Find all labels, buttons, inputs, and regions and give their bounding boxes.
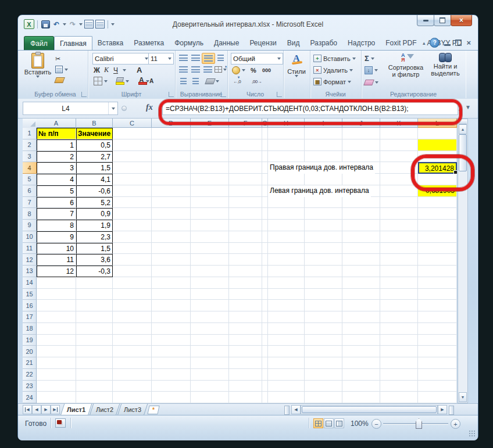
column-header-D[interactable]: D xyxy=(152,119,191,128)
cell-I24[interactable] xyxy=(305,392,342,403)
cell-J22[interactable] xyxy=(342,369,380,381)
cell-H3[interactable] xyxy=(268,151,305,163)
font-size-combo[interactable]: 11 xyxy=(148,53,174,64)
font-family-combo[interactable]: Calibri xyxy=(92,53,151,64)
cell-G11[interactable] xyxy=(262,243,268,255)
cell-I11[interactable] xyxy=(305,243,342,255)
cell-D9[interactable] xyxy=(152,220,191,231)
cell-C4[interactable] xyxy=(113,162,152,174)
cell-E20[interactable] xyxy=(191,346,229,357)
cell-F1[interactable] xyxy=(229,128,262,139)
cell-H9[interactable] xyxy=(268,220,305,231)
cell-I2[interactable] xyxy=(305,139,342,151)
cell-G13[interactable] xyxy=(262,266,268,277)
cell-L9[interactable] xyxy=(418,220,457,231)
row-header-24[interactable]: 24 xyxy=(23,392,37,403)
cell-C20[interactable] xyxy=(113,346,152,357)
paste-button[interactable]: Вставить xyxy=(26,53,49,78)
column-header-I[interactable]: I xyxy=(305,119,342,128)
row-header-21[interactable]: 21 xyxy=(23,357,37,369)
cell-E24[interactable] xyxy=(191,392,229,403)
resize-grip-icon[interactable] xyxy=(469,430,476,437)
cell-A14[interactable] xyxy=(37,277,76,289)
format-cells-button[interactable]: ▦Формат xyxy=(313,77,351,87)
cell-H13[interactable] xyxy=(268,266,305,277)
row-header-1[interactable]: 1 xyxy=(23,128,37,139)
cell-B18[interactable] xyxy=(76,323,113,335)
cell-I3[interactable] xyxy=(305,151,342,163)
vertical-scrollbar[interactable]: ▲ ▼ xyxy=(458,119,468,403)
cell-C16[interactable] xyxy=(113,300,152,311)
cell-G16[interactable] xyxy=(262,300,268,311)
cell-G9[interactable] xyxy=(262,220,268,231)
column-header-G[interactable]: G xyxy=(262,119,268,128)
cell-I5[interactable] xyxy=(305,174,342,185)
cell-E22[interactable] xyxy=(191,369,229,381)
normal-view-button[interactable] xyxy=(313,418,323,428)
minimize-button[interactable] xyxy=(417,15,434,26)
cell-H6[interactable]: Левая граница дов. интервала xyxy=(268,185,371,197)
cell-J14[interactable] xyxy=(342,277,380,289)
find-select-button[interactable]: Найти ивыделить xyxy=(427,53,463,77)
cell-I23[interactable] xyxy=(305,381,342,392)
cell-E14[interactable] xyxy=(191,277,229,289)
cell-J16[interactable] xyxy=(342,300,380,311)
cell-D15[interactable] xyxy=(152,289,191,300)
cell-K24[interactable] xyxy=(380,392,418,403)
cell-D8[interactable] xyxy=(152,208,191,220)
cell-J11[interactable] xyxy=(342,243,380,255)
cell-F4[interactable] xyxy=(229,162,262,174)
cell-C3[interactable] xyxy=(113,151,152,163)
cell-I17[interactable] xyxy=(305,311,342,323)
cell-D6[interactable] xyxy=(152,185,191,197)
cell-F2[interactable] xyxy=(229,139,262,151)
row-header-17[interactable]: 17 xyxy=(23,311,37,323)
cell-D7[interactable] xyxy=(152,197,191,209)
cell-E7[interactable] xyxy=(191,197,229,209)
cell-K17[interactable] xyxy=(380,311,418,323)
cell-E2[interactable] xyxy=(191,139,229,151)
cell-G22[interactable] xyxy=(262,369,268,381)
cell-L17[interactable] xyxy=(418,311,457,323)
cell-F7[interactable] xyxy=(229,197,262,209)
row-header-20[interactable]: 20 xyxy=(23,346,37,357)
cell-J24[interactable] xyxy=(342,392,380,403)
column-header-H[interactable]: H xyxy=(268,119,305,128)
cell-D10[interactable] xyxy=(152,231,191,243)
orientation-button[interactable] xyxy=(204,76,220,86)
cell-I15[interactable] xyxy=(305,289,342,300)
cell-F8[interactable] xyxy=(229,208,262,220)
cell-I20[interactable] xyxy=(305,346,342,357)
cell-G17[interactable] xyxy=(262,311,268,323)
cell-E21[interactable] xyxy=(191,357,229,369)
cell-B5[interactable]: 4,1 xyxy=(76,174,113,185)
cell-I7[interactable] xyxy=(305,197,342,209)
cell-L10[interactable] xyxy=(418,231,457,243)
row-header-7[interactable]: 7 xyxy=(23,197,37,209)
cell-I22[interactable] xyxy=(305,369,342,381)
cell-G5[interactable] xyxy=(262,174,268,185)
cell-F24[interactable] xyxy=(229,392,262,403)
cell-G7[interactable] xyxy=(262,197,268,209)
cell-E13[interactable] xyxy=(191,266,229,277)
cell-C5[interactable] xyxy=(113,174,152,185)
row-header-9[interactable]: 9 xyxy=(23,220,37,231)
cell-L23[interactable] xyxy=(418,381,457,392)
insert-cells-button[interactable]: +Вставить xyxy=(313,53,356,63)
column-header-F[interactable]: F xyxy=(229,119,262,128)
cell-C23[interactable] xyxy=(113,381,152,392)
cell-G23[interactable] xyxy=(262,381,268,392)
underline-dropdown-arrow-icon[interactable] xyxy=(123,69,126,71)
cell-L4[interactable]: 3,201428 xyxy=(418,162,457,174)
cell-C15[interactable] xyxy=(113,289,152,300)
cell-E17[interactable] xyxy=(191,311,229,323)
cell-I13[interactable] xyxy=(305,266,342,277)
expand-formula-bar-icon[interactable]: ▼ xyxy=(465,104,471,110)
cell-J9[interactable] xyxy=(342,220,380,231)
cell-B8[interactable]: 0,9 xyxy=(76,208,113,220)
cell-A24[interactable] xyxy=(37,392,76,403)
cell-C13[interactable] xyxy=(113,266,152,277)
tab-insert[interactable]: Вставка xyxy=(92,36,129,50)
cell-C10[interactable] xyxy=(113,231,152,243)
cell-D16[interactable] xyxy=(152,300,191,311)
